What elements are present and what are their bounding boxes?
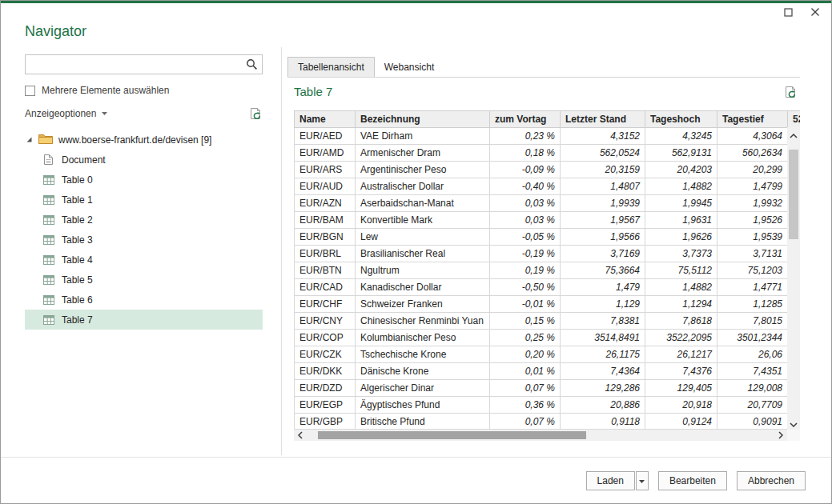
table-cell: EUR/BTN (295, 262, 356, 279)
tree-item-table-5[interactable]: Table 5 (25, 270, 263, 290)
tree-item-table-2[interactable]: Table 2 (25, 210, 263, 230)
table-cell: 129,286 (561, 380, 645, 397)
preview-table-head-row: NameBezeichnungzum VortagLetzter StandTa… (295, 111, 801, 128)
tree-items: DocumentTable 0Table 1Table 2Table 3Tabl… (25, 150, 263, 330)
chevron-down-icon (638, 475, 645, 486)
table-cell: 0,03 % (490, 195, 561, 212)
table-cell: 3,7131 (717, 246, 788, 262)
table-row: EUR/BGNLew-0,05 %1,95661,96261,9539 (295, 229, 801, 246)
table-cell: 0,9091 (717, 414, 788, 430)
chevron-up-icon (790, 127, 798, 142)
table-cell: 129,405 (645, 380, 717, 397)
scroll-down-button[interactable] (787, 416, 800, 430)
table-cell: 0,36 % (490, 397, 561, 414)
table-cell: EUR/CZK (295, 346, 356, 363)
table-cell: 1,9566 (561, 229, 645, 246)
preview-table-title: Table 7 (294, 85, 332, 98)
chevron-down-icon[interactable] (101, 111, 108, 116)
vertical-scrollbar[interactable] (787, 127, 800, 430)
load-options-dropdown-button[interactable] (636, 471, 649, 490)
select-multiple-row: Mehrere Elemente auswählen (25, 84, 263, 97)
tree-item-table-1[interactable]: Table 1 (25, 190, 263, 210)
table-cell: 75,5112 (645, 262, 717, 279)
tree-item-table-3[interactable]: Table 3 (25, 230, 263, 250)
table-cell: 7,4364 (561, 363, 645, 380)
table-cell: 1,479 (561, 279, 645, 296)
tree-item-label: Table 0 (62, 174, 93, 186)
table-cell: 1,4882 (645, 178, 717, 195)
table-cell: 0,07 % (490, 414, 561, 430)
scroll-left-button[interactable] (294, 430, 307, 441)
table-cell: 1,9945 (645, 195, 717, 212)
table-cell: -0,50 % (490, 279, 561, 296)
tab-tabellenansicht[interactable]: Tabellenansicht (287, 57, 375, 77)
maximize-button[interactable] (780, 6, 796, 20)
table-row: EUR/CHFSchweizer Franken-0,01 %1,1291,12… (295, 296, 801, 313)
table-row: EUR/AEDVAE Dirham0,23 %4,31524,32454,306… (295, 128, 801, 145)
horizontal-scrollbar-thumb[interactable] (318, 431, 586, 439)
table-cell: -0,01 % (490, 296, 561, 313)
table-cell: Chinesischer Renminbi Yuan (356, 313, 490, 330)
table-cell: 20,7709 (717, 397, 788, 414)
table-cell: 0,01 % (490, 363, 561, 380)
table-row: EUR/BRLBrasilianischer Real-0,19 %3,7169… (295, 246, 801, 262)
scroll-up-button[interactable] (787, 127, 800, 141)
display-options-row: Anzeigeoptionen (25, 106, 263, 121)
load-split-button: Laden (586, 471, 649, 490)
scroll-right-button[interactable] (774, 430, 787, 441)
tree-item-label: Table 4 (62, 254, 93, 266)
search-icon[interactable] (246, 58, 258, 74)
table-cell: Ägyptisches Pfund (356, 397, 490, 414)
table-cell: Tschechische Krone (356, 346, 490, 363)
table-icon (42, 295, 54, 305)
table-cell: 75,3664 (561, 262, 645, 279)
table-cell: Kanadischer Dollar (356, 279, 490, 296)
table-cell: Australischer Dollar (356, 178, 490, 195)
load-button[interactable]: Laden (586, 471, 635, 490)
scrollbar-corner (787, 430, 800, 441)
display-options-dropdown[interactable]: Anzeigeoptionen (25, 108, 96, 119)
refresh-preview-icon[interactable] (784, 86, 798, 102)
table-row: EUR/BAMKonvertible Mark0,03 %1,95671,963… (295, 212, 801, 229)
table-cell: EUR/COP (295, 330, 356, 346)
tree-root-node[interactable]: www.boerse-frankfurt.de/devisen [9] (25, 130, 263, 150)
table-cell: 1,4807 (561, 178, 645, 195)
table-icon (42, 195, 54, 205)
table-cell: Kolumbianischer Peso (356, 330, 490, 346)
tab-webansicht[interactable]: Webansicht (375, 58, 444, 77)
table-cell: 0,15 % (490, 313, 561, 330)
table-cell: EUR/DKK (295, 363, 356, 380)
tree-item-label: Table 1 (62, 194, 93, 206)
search-input[interactable] (26, 55, 262, 74)
table-cell: 1,9939 (561, 195, 645, 212)
edit-button[interactable]: Bearbeiten (658, 471, 727, 490)
cancel-button[interactable]: Abbrechen (737, 471, 806, 490)
tree-item-table-6[interactable]: Table 6 (25, 290, 263, 310)
table-cell: EUR/GBP (295, 414, 356, 430)
column-header-letzter-stand: Letzter Stand (561, 111, 645, 128)
preview-tabs: TabellenansichtWebansicht (287, 58, 800, 78)
tree-item-table-0[interactable]: Table 0 (25, 170, 263, 190)
table-icon (42, 275, 54, 285)
table-cell: 1,4882 (645, 279, 717, 296)
table-cell: 7,8381 (561, 313, 645, 330)
preview-table-container: NameBezeichnungzum VortagLetzter StandTa… (294, 110, 800, 441)
table-cell: Armenischer Dram (356, 145, 490, 162)
refresh-icon[interactable] (249, 107, 263, 121)
select-multiple-checkbox[interactable] (25, 86, 35, 96)
column-header-tagestief: Tagestief (717, 111, 788, 128)
tree-root-label: www.boerse-frankfurt.de/devisen [9] (58, 134, 211, 146)
tree-item-document[interactable]: Document (25, 150, 263, 170)
horizontal-scrollbar[interactable] (294, 430, 787, 441)
table-row: EUR/DKKDänische Krone0,01 %7,43647,43767… (295, 363, 801, 380)
tree-item-table-7[interactable]: Table 7 (25, 310, 263, 330)
tree-item-table-4[interactable]: Table 4 (25, 250, 263, 270)
preview-pane: TabellenansichtWebansicht Table 7 NameBe… (282, 3, 831, 457)
close-button[interactable] (807, 6, 823, 20)
table-cell: 0,9124 (645, 414, 717, 430)
table-cell: -0,05 % (490, 229, 561, 246)
vertical-scrollbar-thumb[interactable] (789, 150, 798, 239)
table-cell: 0,07 % (490, 380, 561, 397)
collapse-triangle-icon[interactable] (25, 136, 33, 143)
table-cell: 0,20 % (490, 346, 561, 363)
